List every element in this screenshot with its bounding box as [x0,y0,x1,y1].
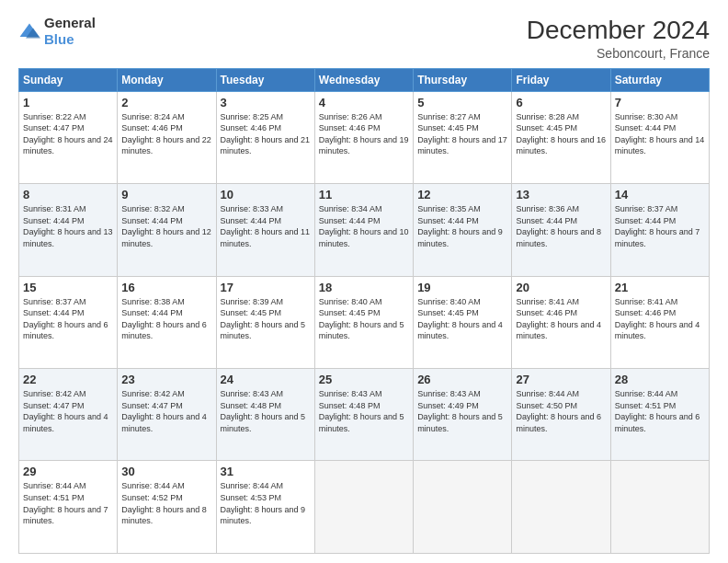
day-info: Sunrise: 8:36 AM Sunset: 4:44 PM Dayligh… [516,203,606,249]
table-row: 29 Sunrise: 8:44 AM Sunset: 4:51 PM Dayl… [19,461,118,554]
day-info: Sunrise: 8:43 AM Sunset: 4:48 PM Dayligh… [221,388,311,434]
table-row: 25 Sunrise: 8:43 AM Sunset: 4:48 PM Dayl… [314,369,413,461]
day-info: Sunrise: 8:43 AM Sunset: 4:48 PM Dayligh… [319,388,409,434]
table-row: 12 Sunrise: 8:35 AM Sunset: 4:44 PM Dayl… [414,184,512,276]
day-number: 11 [319,188,409,201]
day-info: Sunrise: 8:37 AM Sunset: 4:44 PM Dayligh… [23,296,113,342]
day-number: 8 [23,188,113,201]
day-info: Sunrise: 8:41 AM Sunset: 4:46 PM Dayligh… [615,296,705,342]
day-number: 4 [319,96,409,109]
calendar-week-row: 29 Sunrise: 8:44 AM Sunset: 4:51 PM Dayl… [19,461,710,554]
table-row: 2 Sunrise: 8:24 AM Sunset: 4:46 PM Dayli… [118,91,216,183]
col-saturday: Saturday [610,68,709,91]
calendar-subtitle: Seboncourt, France [527,46,710,61]
col-sunday: Sunday [19,68,118,91]
table-row: 14 Sunrise: 8:37 AM Sunset: 4:44 PM Dayl… [610,184,709,276]
day-info: Sunrise: 8:39 AM Sunset: 4:45 PM Dayligh… [221,296,311,342]
logo-blue: Blue [44,31,74,47]
day-number: 26 [417,373,507,386]
day-number: 9 [121,188,211,201]
day-number: 25 [319,373,409,386]
day-number: 12 [417,188,507,201]
day-info: Sunrise: 8:31 AM Sunset: 4:44 PM Dayligh… [23,203,113,249]
day-number: 19 [417,281,507,294]
table-row: 23 Sunrise: 8:42 AM Sunset: 4:47 PM Dayl… [118,369,216,461]
day-number: 27 [516,373,606,386]
table-row: 16 Sunrise: 8:38 AM Sunset: 4:44 PM Dayl… [118,276,216,368]
table-row: 11 Sunrise: 8:34 AM Sunset: 4:44 PM Dayl… [314,184,413,276]
table-row: 18 Sunrise: 8:40 AM Sunset: 4:45 PM Dayl… [314,276,413,368]
table-row: 1 Sunrise: 8:22 AM Sunset: 4:47 PM Dayli… [19,91,118,183]
day-number: 15 [23,281,113,294]
table-row: 19 Sunrise: 8:40 AM Sunset: 4:45 PM Dayl… [414,276,512,368]
day-info: Sunrise: 8:44 AM Sunset: 4:51 PM Dayligh… [615,388,705,434]
col-monday: Monday [118,68,216,91]
day-info: Sunrise: 8:40 AM Sunset: 4:45 PM Dayligh… [319,296,409,342]
day-info: Sunrise: 8:44 AM Sunset: 4:51 PM Dayligh… [23,480,113,526]
table-row: 9 Sunrise: 8:32 AM Sunset: 4:44 PM Dayli… [118,184,216,276]
day-number: 5 [417,96,507,109]
logo: General Blue [18,15,96,48]
day-number: 31 [221,465,311,478]
calendar-week-row: 22 Sunrise: 8:42 AM Sunset: 4:47 PM Dayl… [19,369,710,461]
day-number: 3 [221,96,311,109]
table-row: 26 Sunrise: 8:43 AM Sunset: 4:49 PM Dayl… [414,369,512,461]
calendar-title: December 2024 [527,15,710,46]
table-row: 10 Sunrise: 8:33 AM Sunset: 4:44 PM Dayl… [216,184,314,276]
col-wednesday: Wednesday [314,68,413,91]
day-number: 30 [121,465,211,478]
table-row: 17 Sunrise: 8:39 AM Sunset: 4:45 PM Dayl… [216,276,314,368]
logo-text: General Blue [44,15,96,48]
day-info: Sunrise: 8:25 AM Sunset: 4:46 PM Dayligh… [221,111,311,157]
calendar-table: Sunday Monday Tuesday Wednesday Thursday… [18,68,710,554]
calendar-header-row: Sunday Monday Tuesday Wednesday Thursday… [19,68,710,91]
table-row [314,461,413,554]
day-number: 20 [516,281,606,294]
day-number: 13 [516,188,606,201]
table-row: 15 Sunrise: 8:37 AM Sunset: 4:44 PM Dayl… [19,276,118,368]
day-info: Sunrise: 8:33 AM Sunset: 4:44 PM Dayligh… [221,203,311,249]
day-info: Sunrise: 8:44 AM Sunset: 4:53 PM Dayligh… [221,480,311,526]
col-tuesday: Tuesday [216,68,314,91]
title-block: December 2024 Seboncourt, France [527,15,710,61]
table-row [414,461,512,554]
day-info: Sunrise: 8:44 AM Sunset: 4:52 PM Dayligh… [121,480,211,526]
table-row [610,461,709,554]
col-friday: Friday [512,68,610,91]
header: General Blue December 2024 Seboncourt, F… [18,15,710,61]
day-info: Sunrise: 8:34 AM Sunset: 4:44 PM Dayligh… [319,203,409,249]
logo-general: General [44,15,96,30]
logo-icon [18,22,40,40]
day-number: 6 [516,96,606,109]
day-info: Sunrise: 8:43 AM Sunset: 4:49 PM Dayligh… [417,388,507,434]
table-row: 3 Sunrise: 8:25 AM Sunset: 4:46 PM Dayli… [216,91,314,183]
day-number: 10 [221,188,311,201]
table-row: 20 Sunrise: 8:41 AM Sunset: 4:46 PM Dayl… [512,276,610,368]
calendar-week-row: 15 Sunrise: 8:37 AM Sunset: 4:44 PM Dayl… [19,276,710,368]
day-info: Sunrise: 8:42 AM Sunset: 4:47 PM Dayligh… [23,388,113,434]
calendar-week-row: 1 Sunrise: 8:22 AM Sunset: 4:47 PM Dayli… [19,91,710,183]
day-info: Sunrise: 8:22 AM Sunset: 4:47 PM Dayligh… [23,111,113,157]
table-row [512,461,610,554]
day-info: Sunrise: 8:40 AM Sunset: 4:45 PM Dayligh… [417,296,507,342]
table-row: 5 Sunrise: 8:27 AM Sunset: 4:45 PM Dayli… [414,91,512,183]
day-info: Sunrise: 8:37 AM Sunset: 4:44 PM Dayligh… [615,203,705,249]
day-number: 2 [121,96,211,109]
day-number: 23 [121,373,211,386]
day-number: 16 [121,281,211,294]
day-number: 29 [23,465,113,478]
day-number: 24 [221,373,311,386]
day-number: 7 [615,96,705,109]
table-row: 24 Sunrise: 8:43 AM Sunset: 4:48 PM Dayl… [216,369,314,461]
day-info: Sunrise: 8:42 AM Sunset: 4:47 PM Dayligh… [121,388,211,434]
day-number: 22 [23,373,113,386]
table-row: 13 Sunrise: 8:36 AM Sunset: 4:44 PM Dayl… [512,184,610,276]
table-row: 4 Sunrise: 8:26 AM Sunset: 4:46 PM Dayli… [314,91,413,183]
calendar-week-row: 8 Sunrise: 8:31 AM Sunset: 4:44 PM Dayli… [19,184,710,276]
day-number: 17 [221,281,311,294]
table-row: 6 Sunrise: 8:28 AM Sunset: 4:45 PM Dayli… [512,91,610,183]
day-info: Sunrise: 8:44 AM Sunset: 4:50 PM Dayligh… [516,388,606,434]
day-info: Sunrise: 8:38 AM Sunset: 4:44 PM Dayligh… [121,296,211,342]
table-row: 30 Sunrise: 8:44 AM Sunset: 4:52 PM Dayl… [118,461,216,554]
day-number: 14 [615,188,705,201]
